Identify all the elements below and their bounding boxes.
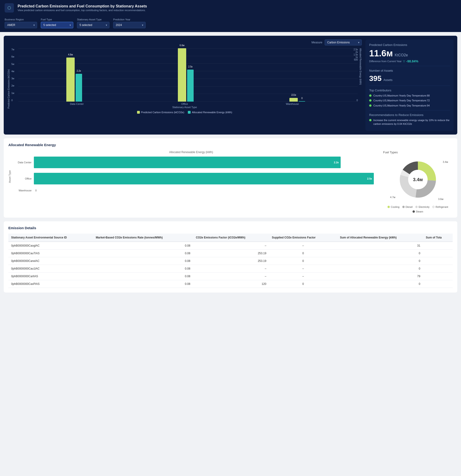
- x-label-datacenter: Data Center: [23, 102, 131, 105]
- cell-supplied: 0: [269, 257, 337, 265]
- measure-select-wrapper: Carbon Emissions Fuel Consumption ▼: [325, 39, 362, 45]
- hbar-title: Allocated Renewable Energy (kWh): [8, 151, 374, 154]
- predicted-emissions-value-row: 11.6м KtCO2e: [369, 49, 450, 59]
- fuel-type-label: Fuel Type: [41, 18, 73, 21]
- horizontal-bar-chart: Allocated Renewable Energy (kWh) Asset T…: [8, 151, 374, 213]
- cell-emissions-factor: –: [193, 272, 269, 280]
- donut-legend-steam: Steam: [412, 210, 423, 213]
- donut-legend-diesel: Diesel: [402, 205, 413, 208]
- hbar-value-office: 2.5к: [367, 177, 372, 180]
- cooling-legend-label: Cooling: [391, 205, 399, 208]
- cell-market-rate: 0.08: [93, 265, 193, 272]
- cell-id: 0phB0000000CaxPlAS: [8, 280, 93, 288]
- office-bar-group: 6.6м 2.5к: [130, 48, 241, 102]
- cell-total: [423, 280, 453, 288]
- hbar-value-warehouse: 0: [35, 189, 37, 192]
- table-container: Stationary Asset Environmental Source ID…: [8, 234, 453, 288]
- diff-row: Difference from Current Year ▽ -98.84%: [369, 60, 450, 63]
- bars-area: 4.8м 2.2к: [18, 48, 353, 102]
- table-row: 0phB0000000CaoglAC 0.08 – – 31: [8, 242, 453, 250]
- hbar-row-warehouse: Warehouse 0: [13, 189, 374, 192]
- x-axis-labels: Data Center Office Warehouse: [11, 102, 358, 105]
- table-row: 0phB0000000CauTlAS 0.08 253.19 0 0: [8, 249, 453, 257]
- cell-market-rate: 0.08: [93, 272, 193, 280]
- green-dot-icon: [369, 119, 371, 121]
- electricity-legend-label: Electricity: [419, 205, 429, 208]
- cell-supplied: –: [269, 242, 337, 250]
- measure-row: Measure Carbon Emissions Fuel Consumptio…: [8, 39, 362, 45]
- prediction-year-label: Prediction Year: [113, 18, 146, 21]
- fuel-type-select[interactable]: 5 selected: [41, 22, 73, 28]
- page-title: Predicted Carbon Emissions and Fuel Cons…: [18, 4, 147, 8]
- renewable-content: Allocated Renewable Energy (kWh) Asset T…: [8, 151, 453, 213]
- donut-legend: Cooling Diesel Electricity Refrigerant: [383, 205, 453, 213]
- cell-total: [423, 265, 453, 272]
- divider: [369, 66, 450, 66]
- donut-legend-refrigerant: Refrigerant: [432, 205, 448, 208]
- cell-renewable: 0: [337, 265, 423, 272]
- refrigerant-legend-label: Refrigerant: [436, 205, 448, 208]
- office-bar-pair: 6.6м 2.5к: [178, 48, 194, 102]
- cell-total: [423, 242, 453, 250]
- hbar-row-datacenter: Data Center 2.2к: [13, 157, 374, 168]
- col-total: Sum of Tota: [423, 234, 453, 242]
- cell-renewable: 31: [337, 242, 423, 250]
- assets-label: Number of Assets: [369, 69, 450, 72]
- data-center-emissions-bar: 4.8м: [66, 58, 75, 102]
- fuel-type-filter: Fuel Type 5 selected ▼: [41, 18, 73, 28]
- col-supplied: Supplied CO2e Emissions Factor: [269, 234, 337, 242]
- stationary-asset-wrapper: 5 selected ▼: [77, 22, 109, 28]
- hbar-label-office: Office: [13, 177, 32, 180]
- contributor-2: Country:US,Maximum Yearly Day Temperatur…: [369, 99, 450, 102]
- prediction-year-select[interactable]: 2024: [113, 22, 146, 28]
- business-region-select[interactable]: AMER: [5, 22, 37, 28]
- hbar-label-warehouse: Warehouse: [13, 189, 32, 192]
- hbar-label-datacenter: Data Center: [13, 161, 32, 164]
- cell-renewable: 0: [337, 249, 423, 257]
- x-label-warehouse: Warehouse: [238, 102, 346, 105]
- x-label-office: Office: [131, 102, 239, 105]
- predicted-emissions-label: Predicted Carbon Emissions: [369, 43, 450, 47]
- donut-label-steam: 4.7м: [390, 196, 395, 199]
- measure-select[interactable]: Carbon Emissions Fuel Consumption: [325, 39, 362, 45]
- contributor-3-text: Country:US,Maximum Yearly Day Temperatur…: [373, 104, 430, 107]
- main-content: Measure Carbon Emissions Fuel Consumptio…: [0, 32, 461, 300]
- contributor-2-text: Country:US,Maximum Yearly Day Temperatur…: [373, 99, 430, 102]
- header-text: Predicted Carbon Emissions and Fuel Cons…: [18, 4, 147, 12]
- table-row: 0phB0000000CarwlAC 0.08 253.19 0 0: [8, 257, 453, 265]
- warehouse-emissions-bar: 222к: [289, 98, 298, 102]
- office-emissions-label: 6.6м: [180, 44, 184, 47]
- cell-total: [423, 272, 453, 280]
- stationary-asset-filter: Stationary Asset Type 5 selected ▼: [77, 18, 109, 28]
- cell-market-rate: 0.08: [93, 280, 193, 288]
- chart-legend: Predicted Carbon Emissions (ktCO2e) Allo…: [8, 111, 362, 114]
- hbar-area: Asset Type Data Center 2.2к Office: [8, 157, 374, 196]
- renewable-legend-icon: [188, 111, 191, 114]
- data-center-bar-group: 4.8м 2.2к: [18, 58, 130, 102]
- table-body: 0phB0000000CaoglAC 0.08 – – 31 0phB00000…: [8, 242, 453, 288]
- donut-title: Fuel Types: [383, 151, 453, 154]
- stationary-asset-select[interactable]: 5 selected: [77, 22, 109, 28]
- col-market-rate: Market-Based CO2e Emissions Rate (tonnes…: [93, 234, 193, 242]
- donut-panel: Fuel Types: [383, 151, 453, 213]
- legend-emissions: Predicted Carbon Emissions (ktCO2e): [137, 111, 184, 114]
- cell-renewable: 0: [337, 257, 423, 265]
- hbar-bar-datacenter: 2.2к: [34, 157, 341, 168]
- recommendations-section: Recommendations to Reduce Emissions Incr…: [369, 113, 450, 126]
- diesel-legend-icon: [402, 206, 405, 208]
- green-dot-icon: [369, 104, 371, 107]
- recommendation-1: Increase the current renewable energy us…: [369, 119, 450, 126]
- cell-total: [423, 257, 453, 265]
- office-renewable-label: 2.5к: [188, 65, 193, 68]
- electricity-legend-icon: [415, 206, 418, 208]
- diff-arrow-icon: ▽: [403, 60, 405, 63]
- prediction-year-filter: Prediction Year 2024 ▼: [113, 18, 146, 28]
- info-panel: Predicted Carbon Emissions 11.6м KtCO2e …: [365, 39, 453, 131]
- cell-emissions-factor: 253.19: [193, 257, 269, 265]
- diesel-legend-label: Diesel: [406, 205, 413, 208]
- y-ticks-left: 7м 6м 5м 4м 3м 2м 1м 0: [11, 48, 14, 102]
- donut-wrapper: 3.4м 4.7м 3.6м 3.4м: [395, 156, 441, 203]
- hbar-row-office: Office 2.5к: [13, 173, 374, 184]
- measure-label: Measure: [311, 41, 322, 44]
- renewable-section: Allocated Renewable Energy Allocated Ren…: [4, 138, 457, 218]
